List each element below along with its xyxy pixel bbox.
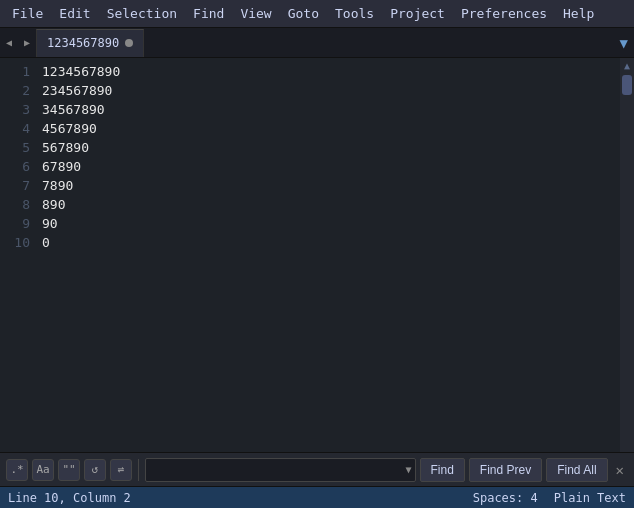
code-line: 1234567890	[38, 62, 620, 81]
menu-tools[interactable]: Tools	[327, 3, 382, 24]
tab-next-arrow[interactable]: ▶	[18, 29, 36, 57]
line-num: 6	[0, 157, 30, 176]
word-toggle[interactable]: ""	[58, 459, 80, 481]
find-all-button[interactable]: Find All	[546, 458, 607, 482]
line-num: 1	[0, 62, 30, 81]
menu-edit[interactable]: Edit	[51, 3, 98, 24]
regex-toggle[interactable]: .*	[6, 459, 28, 481]
line-num: 4	[0, 119, 30, 138]
tab-prev-arrow[interactable]: ◀	[0, 29, 18, 57]
status-bar: Line 10, Column 2 Spaces: 4 Plain Text	[0, 486, 634, 508]
line-num: 3	[0, 100, 30, 119]
code-line: 67890	[38, 157, 620, 176]
active-tab[interactable]: 1234567890	[36, 29, 144, 57]
find-input-container: ▼	[145, 458, 416, 482]
line-num: 8	[0, 195, 30, 214]
regex-label: .*	[10, 463, 23, 476]
line-num: 9	[0, 214, 30, 233]
find-input[interactable]	[145, 458, 416, 482]
code-editor[interactable]: 1234567890 234567890 34567890 4567890 56…	[38, 58, 620, 452]
tab-list-dropdown[interactable]: ▼	[614, 35, 634, 51]
vertical-scrollbar[interactable]: ▲	[620, 58, 634, 452]
menu-goto[interactable]: Goto	[280, 3, 327, 24]
word-label: ""	[62, 463, 75, 476]
line-num: 2	[0, 81, 30, 100]
code-line: 90	[38, 214, 620, 233]
wrap-label: ↺	[92, 463, 99, 476]
menu-preferences[interactable]: Preferences	[453, 3, 555, 24]
find-button[interactable]: Find	[420, 458, 465, 482]
status-spaces: Spaces: 4	[473, 491, 538, 505]
in-selection-toggle[interactable]: ⇌	[110, 459, 132, 481]
status-right: Spaces: 4 Plain Text	[473, 491, 626, 505]
code-line: 4567890	[38, 119, 620, 138]
scroll-thumb[interactable]	[622, 75, 632, 95]
code-line: 34567890	[38, 100, 620, 119]
editor-area: 1 2 3 4 5 6 7 8 9 10 1234567890 23456789…	[0, 58, 634, 452]
menu-help[interactable]: Help	[555, 3, 602, 24]
menu-project[interactable]: Project	[382, 3, 453, 24]
code-line: 567890	[38, 138, 620, 157]
tab-modified-dot	[125, 39, 133, 47]
find-prev-button[interactable]: Find Prev	[469, 458, 542, 482]
scroll-up-arrow[interactable]: ▲	[622, 58, 632, 73]
case-toggle[interactable]: Aa	[32, 459, 54, 481]
line-num: 10	[0, 233, 30, 252]
menu-selection[interactable]: Selection	[99, 3, 185, 24]
menu-view[interactable]: View	[232, 3, 279, 24]
tab-bar: ◀ ▶ 1234567890 ▼	[0, 28, 634, 58]
find-bar: .* Aa "" ↺ ⇌ ▼ Find Find Prev Find All ✕	[0, 452, 634, 486]
in-sel-label: ⇌	[118, 463, 125, 476]
wrap-toggle[interactable]: ↺	[84, 459, 106, 481]
cursor-position: Line 10, Column 2	[8, 491, 131, 505]
status-position: Line 10, Column 2	[8, 491, 473, 505]
find-divider	[138, 459, 139, 481]
tab-label: 1234567890	[47, 36, 119, 50]
code-line: 7890	[38, 176, 620, 195]
status-file-type: Plain Text	[554, 491, 626, 505]
code-line: 0	[38, 233, 620, 252]
menu-file[interactable]: File	[4, 3, 51, 24]
case-label: Aa	[36, 463, 49, 476]
line-num: 5	[0, 138, 30, 157]
code-line: 234567890	[38, 81, 620, 100]
code-line: 890	[38, 195, 620, 214]
line-numbers: 1 2 3 4 5 6 7 8 9 10	[0, 58, 38, 452]
line-num: 7	[0, 176, 30, 195]
find-input-dropdown-arrow[interactable]: ▼	[405, 464, 411, 475]
find-close-button[interactable]: ✕	[612, 462, 628, 478]
menu-find[interactable]: Find	[185, 3, 232, 24]
menu-bar: File Edit Selection Find View Goto Tools…	[0, 0, 634, 28]
